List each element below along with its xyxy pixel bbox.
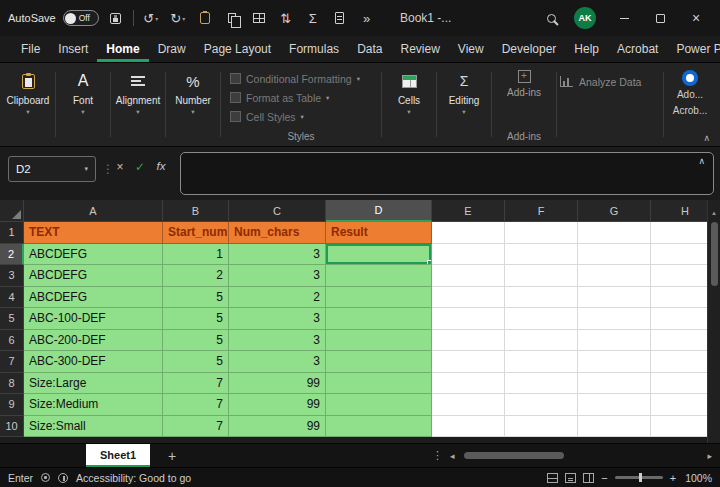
column-header-a[interactable]: A: [24, 200, 163, 222]
row-header-7[interactable]: 7: [0, 351, 24, 373]
cell[interactable]: [432, 394, 505, 416]
page-layout-view-icon[interactable]: [565, 473, 576, 483]
cell[interactable]: [432, 330, 505, 352]
zoom-slider-thumb[interactable]: [639, 473, 642, 482]
cell[interactable]: [505, 308, 578, 330]
row-header-8[interactable]: 8: [0, 373, 24, 395]
cell-d9[interactable]: [326, 394, 432, 416]
row-header-4[interactable]: 4: [0, 287, 24, 309]
cell[interactable]: [432, 287, 505, 309]
cell-b10[interactable]: 7: [163, 416, 229, 438]
cell-c2[interactable]: 3: [229, 244, 326, 266]
paste-button[interactable]: [195, 5, 215, 31]
chevron-down-icon[interactable]: ▾: [182, 15, 185, 22]
zoom-out-button[interactable]: −: [601, 472, 607, 484]
toolbar-overflow-button[interactable]: »: [357, 5, 377, 31]
name-box[interactable]: D2 ▾: [8, 156, 96, 182]
cell[interactable]: [505, 244, 578, 266]
format-as-table-button[interactable]: Format as Table ▾: [230, 88, 372, 107]
row-header-10[interactable]: 10: [0, 416, 24, 438]
active-cell-d2[interactable]: [326, 244, 432, 266]
column-header-f[interactable]: F: [505, 200, 578, 222]
analyze-data-button[interactable]: Analyze Data: [560, 63, 660, 146]
column-header-c[interactable]: C: [229, 200, 326, 222]
cell[interactable]: [578, 373, 651, 395]
cell-d3[interactable]: [326, 265, 432, 287]
cell-d8[interactable]: [326, 373, 432, 395]
enter-button[interactable]: ✓: [130, 160, 150, 174]
cell-a4[interactable]: ABCDEFG: [24, 287, 163, 309]
tab-home[interactable]: Home: [97, 36, 148, 62]
copy-button[interactable]: [222, 5, 242, 31]
cell[interactable]: [505, 373, 578, 395]
row-header-1[interactable]: 1: [0, 222, 24, 244]
insert-function-button[interactable]: fx: [151, 160, 171, 172]
cell-c7[interactable]: 3: [229, 351, 326, 373]
alignment-group-button[interactable]: Alignment ▾: [114, 63, 162, 146]
cell-d1[interactable]: Result: [326, 222, 432, 244]
conditional-formatting-button[interactable]: Conditional Formatting ▾: [230, 69, 372, 88]
horizontal-scrollbar[interactable]: [462, 451, 701, 460]
undo-button[interactable]: ↺▾: [141, 5, 161, 31]
minimize-button[interactable]: [608, 0, 640, 36]
cell-a9[interactable]: Size:Medium: [24, 394, 163, 416]
fill-handle[interactable]: [427, 260, 432, 265]
column-header-g[interactable]: G: [578, 200, 651, 222]
cell-b6[interactable]: 5: [163, 330, 229, 352]
cell[interactable]: [432, 308, 505, 330]
cell-a5[interactable]: ABC-100-DEF: [24, 308, 163, 330]
accessibility-status[interactable]: Accessibility: Good to go: [76, 472, 191, 484]
tab-help[interactable]: Help: [565, 36, 608, 62]
cell[interactable]: [578, 330, 651, 352]
vertical-scrollbar-thumb[interactable]: [711, 222, 718, 286]
tab-file[interactable]: File: [12, 36, 49, 62]
page-break-view-icon[interactable]: [583, 473, 594, 483]
row-header-9[interactable]: 9: [0, 394, 24, 416]
chevron-down-icon[interactable]: ▾: [155, 15, 158, 22]
sort-button[interactable]: ⇅: [276, 5, 296, 31]
maximize-button[interactable]: [644, 0, 676, 36]
cell[interactable]: [505, 287, 578, 309]
tab-insert[interactable]: Insert: [49, 36, 97, 62]
cell-a7[interactable]: ABC-300-DEF: [24, 351, 163, 373]
cell[interactable]: [432, 351, 505, 373]
select-all-button[interactable]: [0, 200, 24, 222]
cell-a10[interactable]: Size:Small: [24, 416, 163, 438]
cell-c1[interactable]: Num_chars: [229, 222, 326, 244]
autosave-toggle[interactable]: Off: [63, 10, 99, 26]
autosum-button[interactable]: Σ: [303, 5, 323, 31]
cell-c10[interactable]: 99: [229, 416, 326, 438]
scroll-up-icon[interactable]: ▴: [712, 206, 716, 220]
cell-styles-button[interactable]: Cell Styles ▾: [230, 107, 372, 126]
tab-data[interactable]: Data: [348, 36, 391, 62]
tab-view[interactable]: View: [449, 36, 493, 62]
cell-b8[interactable]: 7: [163, 373, 229, 395]
tab-page-layout[interactable]: Page Layout: [195, 36, 280, 62]
cell-b7[interactable]: 5: [163, 351, 229, 373]
zoom-in-button[interactable]: +: [670, 472, 676, 484]
cell-d7[interactable]: [326, 351, 432, 373]
cell-a2[interactable]: ABCDEFG: [24, 244, 163, 266]
cell[interactable]: [432, 244, 505, 266]
zoom-slider[interactable]: [615, 476, 663, 479]
cell-c8[interactable]: 99: [229, 373, 326, 395]
new-file-button[interactable]: [330, 5, 350, 31]
cell[interactable]: [578, 351, 651, 373]
vertical-scrollbar[interactable]: ▴: [707, 200, 720, 443]
formula-input[interactable]: [180, 152, 714, 195]
cell[interactable]: [578, 222, 651, 244]
cell[interactable]: [578, 394, 651, 416]
cell-d5[interactable]: [326, 308, 432, 330]
cell[interactable]: [578, 244, 651, 266]
cell-b1[interactable]: Start_num: [163, 222, 229, 244]
add-ins-button[interactable]: Add-ins: [507, 70, 541, 98]
close-button[interactable]: ×: [680, 0, 712, 36]
column-header-e[interactable]: E: [432, 200, 505, 222]
cell-b3[interactable]: 2: [163, 265, 229, 287]
row-header-6[interactable]: 6: [0, 330, 24, 352]
cell[interactable]: [505, 351, 578, 373]
search-icon[interactable]: [547, 14, 556, 23]
cell[interactable]: [578, 265, 651, 287]
cell[interactable]: [505, 330, 578, 352]
horizontal-scrollbar-thumb[interactable]: [464, 452, 564, 459]
